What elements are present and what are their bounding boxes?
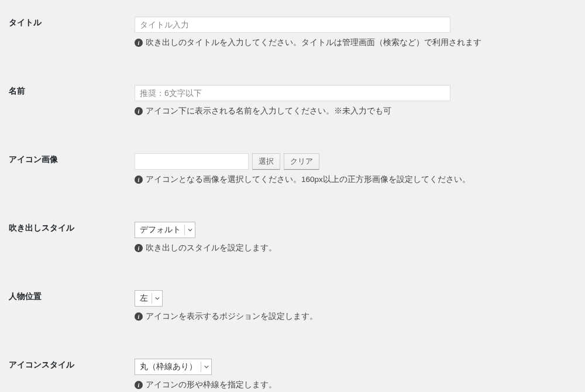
- icon-image-label: アイコン画像: [9, 149, 135, 191]
- chevron-down-icon: [201, 362, 209, 372]
- icon-style-select[interactable]: 丸（枠線あり）: [135, 359, 212, 375]
- chevron-down-icon: [152, 293, 160, 304]
- position-select[interactable]: 左: [135, 290, 163, 307]
- info-icon: i: [135, 176, 143, 184]
- icon-image-path-input[interactable]: [135, 153, 249, 170]
- info-icon: i: [135, 39, 143, 47]
- info-icon: i: [135, 244, 143, 252]
- info-icon: i: [135, 312, 143, 321]
- title-help: i 吹き出しのタイトルを入力してください。タイトルは管理画面（検索など）で利用さ…: [135, 37, 570, 48]
- title-label: タイトル: [9, 12, 135, 54]
- chevron-down-icon: [184, 225, 192, 235]
- name-label: 名前: [9, 80, 135, 122]
- balloon-style-label: 吹き出しスタイル: [9, 217, 135, 259]
- title-input[interactable]: [135, 16, 450, 33]
- icon-image-help: i アイコンとなる画像を選択してください。160px以上の正方形画像を設定してく…: [135, 174, 570, 185]
- name-help: i アイコン下に表示される名前を入力してください。※未入力でも可: [135, 106, 570, 116]
- icon-style-label: アイコンスタイル: [9, 354, 135, 392]
- name-input[interactable]: [135, 85, 450, 101]
- icon-style-help: i アイコンの形や枠線を指定します。: [135, 380, 570, 390]
- info-icon: i: [135, 381, 143, 389]
- position-help: i アイコンを表示するポジションを設定します。: [135, 311, 570, 322]
- clear-image-button[interactable]: クリア: [284, 153, 319, 170]
- settings-form: タイトル i 吹き出しのタイトルを入力してください。タイトルは管理画面（検索など…: [9, 12, 576, 392]
- balloon-style-select[interactable]: デフォルト: [135, 222, 195, 238]
- balloon-style-help: i 吹き出しのスタイルを設定します。: [135, 243, 570, 253]
- info-icon: i: [135, 107, 143, 115]
- select-image-button[interactable]: 選択: [252, 153, 280, 170]
- position-label: 人物位置: [9, 286, 135, 328]
